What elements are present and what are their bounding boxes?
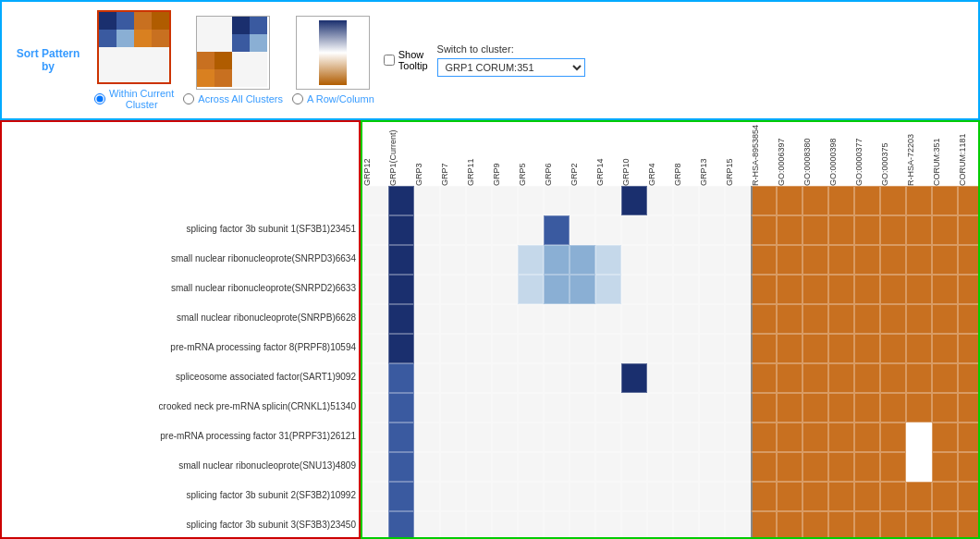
heatmap-cell[interactable]	[518, 245, 544, 275]
heatmap-cell[interactable]	[699, 452, 725, 482]
heatmap-cell[interactable]	[570, 334, 595, 363]
heatmap-cell[interactable]	[647, 245, 673, 275]
heatmap-cell[interactable]	[440, 363, 466, 393]
heatmap-cell[interactable]	[699, 393, 725, 423]
heatmap-cell[interactable]	[621, 304, 647, 334]
heatmap-cell[interactable]	[492, 186, 518, 215]
heatmap-cell[interactable]	[880, 186, 906, 215]
heatmap-cell[interactable]	[673, 511, 699, 539]
heatmap-cell[interactable]	[466, 393, 492, 423]
heatmap-cell[interactable]	[466, 482, 492, 511]
heatmap-cell[interactable]	[544, 304, 570, 334]
heatmap-cell[interactable]	[466, 334, 492, 363]
heatmap-cell[interactable]	[880, 304, 906, 334]
heatmap-cell[interactable]	[440, 393, 466, 423]
heatmap-cell[interactable]	[570, 482, 595, 511]
heatmap-cell[interactable]	[828, 304, 854, 334]
heatmap-cell[interactable]	[777, 245, 802, 275]
heatmap-cell[interactable]	[673, 186, 699, 215]
heatmap-cell[interactable]	[466, 511, 492, 539]
heatmap-cell[interactable]	[544, 334, 570, 363]
heatmap-cell[interactable]	[362, 423, 388, 452]
heatmap-cell[interactable]	[854, 275, 880, 304]
radio-row-col[interactable]	[292, 93, 303, 104]
heatmap-cell[interactable]	[699, 482, 725, 511]
heatmap-cell[interactable]	[854, 482, 880, 511]
heatmap-cell[interactable]	[466, 363, 492, 393]
heatmap-cell[interactable]	[492, 215, 518, 245]
heatmap-cell[interactable]	[699, 363, 725, 393]
heatmap-cell[interactable]	[621, 186, 647, 215]
heatmap-cell[interactable]	[828, 452, 854, 482]
heatmap-cell[interactable]	[544, 363, 570, 393]
heatmap-cell[interactable]	[621, 275, 647, 304]
cluster-select[interactable]: GRP1 CORUM:351	[437, 58, 585, 77]
heatmap-cell[interactable]	[544, 393, 570, 423]
heatmap-cell[interactable]	[880, 511, 906, 539]
heatmap-cell[interactable]	[932, 482, 958, 511]
heatmap-cell[interactable]	[932, 511, 958, 539]
heatmap-cell[interactable]	[751, 423, 777, 452]
heatmap-cell[interactable]	[725, 511, 751, 539]
heatmap-cell[interactable]	[362, 393, 388, 423]
heatmap-cell[interactable]	[647, 334, 673, 363]
heatmap-cell[interactable]	[466, 304, 492, 334]
heatmap-cell[interactable]	[388, 393, 414, 423]
heatmap-cell[interactable]	[854, 423, 880, 452]
heatmap-cell[interactable]	[518, 482, 544, 511]
heatmap-cell[interactable]	[880, 423, 906, 452]
heatmap-cell[interactable]	[492, 304, 518, 334]
heatmap-cell[interactable]	[828, 186, 854, 215]
heatmap-cell[interactable]	[595, 215, 621, 245]
heatmap-cell[interactable]	[932, 215, 958, 245]
heatmap-cell[interactable]	[362, 304, 388, 334]
heatmap-cell[interactable]	[595, 275, 621, 304]
heatmap-cell[interactable]	[595, 304, 621, 334]
heatmap-cell[interactable]	[906, 245, 932, 275]
heatmap-cell[interactable]	[906, 452, 932, 482]
heatmap-cell[interactable]	[958, 275, 980, 304]
heatmap-cell[interactable]	[958, 452, 980, 482]
heatmap-cell[interactable]	[414, 452, 440, 482]
heatmap-cell[interactable]	[725, 423, 751, 452]
heatmap-cell[interactable]	[518, 423, 544, 452]
heatmap-cell[interactable]	[751, 511, 777, 539]
heatmap-cell[interactable]	[777, 363, 802, 393]
heatmap-cell[interactable]	[802, 423, 828, 452]
heatmap-cell[interactable]	[906, 393, 932, 423]
heatmap-cell[interactable]	[673, 275, 699, 304]
heatmap-cell[interactable]	[647, 393, 673, 423]
heatmap-cell[interactable]	[880, 452, 906, 482]
heatmap-cell[interactable]	[362, 215, 388, 245]
heatmap-cell[interactable]	[518, 275, 544, 304]
heatmap-cell[interactable]	[388, 215, 414, 245]
heatmap-cell[interactable]	[518, 186, 544, 215]
heatmap-cell[interactable]	[751, 245, 777, 275]
heatmap-cell[interactable]	[699, 304, 725, 334]
heatmap-cell[interactable]	[777, 304, 802, 334]
heatmap-cell[interactable]	[570, 452, 595, 482]
heatmap-cell[interactable]	[673, 304, 699, 334]
heatmap-cell[interactable]	[621, 393, 647, 423]
heatmap-cell[interactable]	[621, 334, 647, 363]
heatmap-cell[interactable]	[466, 275, 492, 304]
radio-row-2[interactable]: Across All Clusters	[183, 93, 283, 104]
heatmap-cell[interactable]	[362, 482, 388, 511]
heatmap-cell[interactable]	[906, 423, 932, 452]
heatmap-cell[interactable]	[854, 186, 880, 215]
heatmap-cell[interactable]	[544, 186, 570, 215]
heatmap-cell[interactable]	[570, 393, 595, 423]
heatmap-cell[interactable]	[570, 511, 595, 539]
heatmap-cell[interactable]	[828, 215, 854, 245]
sort-option-all-clusters[interactable]: Across All Clusters	[183, 16, 283, 104]
heatmap-cell[interactable]	[958, 304, 980, 334]
heatmap-cell[interactable]	[802, 245, 828, 275]
heatmap-cell[interactable]	[492, 275, 518, 304]
heatmap-cell[interactable]	[906, 186, 932, 215]
heatmap-cell[interactable]	[958, 245, 980, 275]
heatmap-cell[interactable]	[518, 304, 544, 334]
heatmap-cell[interactable]	[492, 511, 518, 539]
heatmap-cell[interactable]	[802, 452, 828, 482]
heatmap-cell[interactable]	[362, 186, 388, 215]
heatmap-cell[interactable]	[699, 275, 725, 304]
